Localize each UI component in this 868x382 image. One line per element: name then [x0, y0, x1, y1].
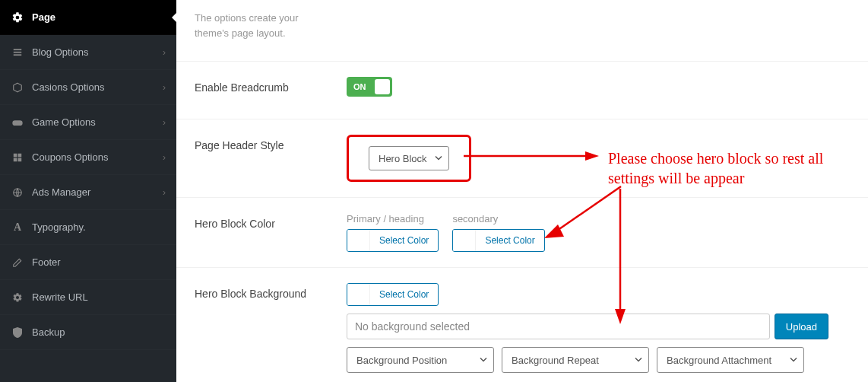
sidebar-item-label: Game Options — [32, 116, 163, 128]
chevron-right-icon: › — [163, 152, 166, 163]
sidebar-item-label: Page — [32, 11, 166, 23]
sidebar-item-label: Blog Options — [32, 46, 163, 58]
svg-rect-2 — [14, 54, 22, 56]
select-value: Background Attachment — [667, 355, 771, 366]
sidebar-item-blog-options[interactable]: Blog Options › — [0, 35, 176, 70]
toggle-on-text: ON — [353, 82, 366, 91]
sidebar-item-label: Casions Options — [32, 81, 163, 93]
color-group-primary: Primary / heading Select Color — [347, 213, 439, 252]
toggle-knob — [375, 79, 390, 94]
svg-rect-1 — [14, 51, 22, 53]
svg-marker-13 — [544, 224, 564, 238]
sidebar: Page Blog Options › Casions Options › Ga… — [0, 0, 176, 382]
color-swatch — [347, 283, 370, 306]
color-picker-text: Select Color — [370, 289, 438, 300]
svg-rect-8 — [18, 158, 22, 161]
gamepad-icon — [11, 116, 24, 129]
select-value: Background Repeat — [512, 355, 599, 366]
main-panel: The options create your theme's page lay… — [176, 0, 868, 382]
chevron-down-icon — [790, 355, 797, 366]
sidebar-item-label: Typography. — [32, 221, 166, 233]
list-icon — [11, 46, 24, 59]
chevron-down-icon — [480, 355, 487, 366]
sidebar-item-label: Backup — [32, 326, 166, 338]
select-background-repeat[interactable]: Background Repeat — [502, 347, 649, 373]
page-description: The options create your theme's page lay… — [195, 11, 324, 56]
color-picker-text: Select Color — [476, 235, 543, 246]
chevron-right-icon: › — [163, 117, 166, 128]
annotation-arrow-icon — [464, 148, 600, 164]
label-hero-block-color: Hero Block Color — [195, 213, 347, 230]
sidebar-item-page[interactable]: Page — [0, 0, 176, 35]
app-root: Page Blog Options › Casions Options › Ga… — [0, 0, 868, 382]
globe-icon — [11, 186, 24, 199]
sidebar-item-coupons-options[interactable]: Coupons Options › — [0, 140, 176, 175]
label-hero-block-background: Hero Block Background — [195, 283, 347, 300]
sidebar-item-label: Coupons Options — [32, 151, 163, 163]
sidebar-item-label: Footer — [32, 256, 166, 268]
sidebar-item-typography[interactable]: A Typography. — [0, 210, 176, 245]
background-image-input[interactable]: No background selected — [347, 314, 770, 339]
select-page-header-style[interactable]: Hero Block — [369, 146, 449, 170]
chevron-down-icon — [635, 355, 642, 366]
sidebar-item-game-options[interactable]: Game Options › — [0, 105, 176, 140]
svg-rect-0 — [14, 49, 22, 50]
chevron-right-icon: › — [163, 82, 166, 93]
svg-rect-4 — [12, 120, 22, 126]
color-picker-secondary[interactable]: Select Color — [452, 229, 544, 252]
svg-marker-11 — [585, 151, 599, 161]
svg-marker-15 — [615, 309, 626, 324]
background-image-placeholder: No background selected — [355, 320, 470, 333]
row-enable-breadcrumb: Enable Breadcrumb ON — [176, 61, 868, 119]
svg-rect-7 — [14, 158, 17, 161]
grid-icon — [11, 151, 24, 164]
select-background-attachment[interactable]: Background Attachment — [657, 347, 804, 373]
sidebar-item-backup[interactable]: Backup — [0, 315, 176, 350]
select-value: Background Position — [356, 355, 447, 366]
chevron-down-icon — [435, 153, 442, 164]
label-enable-breadcrumb: Enable Breadcrumb — [195, 77, 347, 94]
color-label-primary: Primary / heading — [347, 213, 439, 224]
label-page-header-style: Page Header Style — [195, 135, 347, 151]
upload-button-label: Upload — [786, 321, 817, 333]
chevron-right-icon: › — [163, 187, 166, 198]
toggle-enable-breadcrumb[interactable]: ON — [347, 77, 392, 97]
sidebar-item-label: Rewrite URL — [32, 291, 166, 303]
sidebar-item-label: Ads Manager — [32, 186, 163, 198]
chevron-right-icon: › — [163, 47, 166, 58]
gear-icon — [11, 291, 24, 304]
sidebar-item-rewrite-url[interactable]: Rewrite URL — [0, 280, 176, 315]
sidebar-item-footer[interactable]: Footer — [0, 245, 176, 280]
color-label-secondary: secondary — [452, 213, 544, 224]
sidebar-item-ads-manager[interactable]: Ads Manager › — [0, 175, 176, 210]
gear-icon — [11, 11, 24, 24]
svg-rect-5 — [14, 153, 17, 157]
upload-button[interactable]: Upload — [775, 314, 828, 339]
color-group-secondary: secondary Select Color — [452, 213, 544, 252]
annotation-arrow-icon — [611, 189, 629, 326]
row-hero-block-background: Hero Block Background Select Color No ba… — [176, 267, 868, 382]
hex-icon — [11, 81, 24, 94]
color-picker-primary[interactable]: Select Color — [347, 229, 439, 252]
select-value: Hero Block — [379, 153, 427, 164]
sidebar-item-casions-options[interactable]: Casions Options › — [0, 70, 176, 105]
svg-rect-6 — [18, 153, 22, 157]
color-picker-background[interactable]: Select Color — [347, 283, 439, 306]
select-background-position[interactable]: Background Position — [347, 347, 494, 373]
shield-icon — [11, 326, 24, 339]
row-hero-block-color: Hero Block Color Primary / heading Selec… — [176, 197, 868, 267]
font-icon: A — [11, 221, 24, 234]
color-picker-text: Select Color — [370, 235, 438, 246]
color-swatch — [453, 229, 476, 252]
edit-icon — [11, 256, 24, 269]
color-swatch — [347, 229, 370, 252]
annotation-highlight-box: Hero Block — [347, 135, 471, 182]
svg-marker-3 — [14, 83, 22, 92]
